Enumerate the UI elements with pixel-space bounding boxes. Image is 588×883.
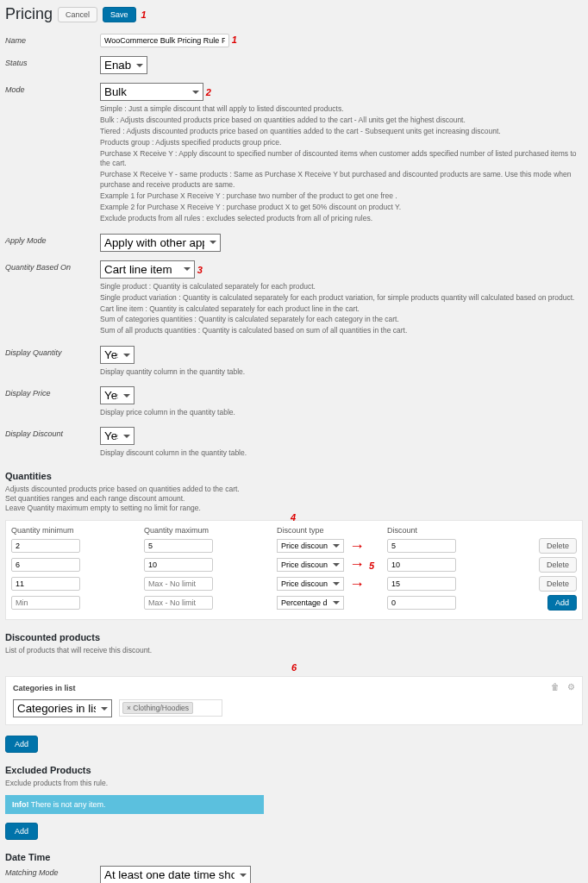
datetime-title: Date Time (5, 852, 583, 862)
add-disc-prod-button[interactable]: Add (5, 736, 38, 753)
category-selector[interactable]: Categories in list (13, 699, 112, 717)
disc-prod-title: Discounted products (5, 632, 583, 642)
quantities-sub: Adjusts discounted products price based … (5, 485, 583, 513)
discount-type-select[interactable]: Price discount (277, 577, 344, 591)
quantities-table: 4 Quantity minimum Quantity maximum Disc… (5, 520, 583, 620)
disp-price-label: Display Price (5, 386, 100, 418)
table-row: Percentage discount Add (11, 595, 577, 611)
gear-icon[interactable]: ⚙ (567, 682, 575, 692)
annotation-3: 3 (197, 265, 203, 275)
arrow-icon: → 5 (349, 564, 384, 566)
disp-price-select[interactable]: Yes (100, 386, 134, 404)
disp-qty-select[interactable]: Yes (100, 346, 134, 364)
discount-input[interactable] (387, 539, 456, 553)
mode-select[interactable]: Bulk (100, 83, 203, 101)
annotation-6: 6 (291, 662, 297, 673)
annotation-5: 5 (369, 560, 374, 571)
add-excl-prod-button[interactable]: Add (5, 823, 38, 840)
excl-prod-title: Excluded Products (5, 765, 583, 775)
table-row: Price discount → Delete (11, 538, 577, 554)
discount-type-select[interactable]: Price discount (277, 558, 344, 572)
qty-min-input[interactable] (11, 577, 80, 591)
qty-min-input[interactable] (11, 539, 80, 553)
qty-min-input[interactable] (11, 596, 80, 610)
excl-prod-sub: Exclude products from this rule. (5, 779, 583, 788)
annotation-2: 2 (206, 87, 211, 97)
status-select[interactable]: Enabled (100, 56, 147, 74)
disp-disc-select[interactable]: Yes (100, 427, 134, 445)
trash-icon[interactable]: 🗑 (551, 682, 560, 692)
apply-mode-select[interactable]: Apply with other applicable rules (100, 234, 221, 252)
qty-max-input[interactable] (144, 596, 213, 610)
qty-based-select[interactable]: Cart line item (100, 260, 195, 279)
qty-max-input[interactable] (144, 558, 213, 572)
datetime-match-select[interactable]: At least one date time should match (100, 866, 251, 883)
quantities-title: Quantities (5, 471, 583, 481)
qty-based-label: Quantity Based On (5, 260, 100, 337)
mode-label: Mode (5, 83, 100, 225)
mode-help: Simple : Just a simple discount that wil… (100, 104, 583, 224)
qty-min-input[interactable] (11, 558, 80, 572)
discount-type-select[interactable]: Price discount (277, 539, 344, 553)
status-label: Status (5, 56, 100, 74)
annotation-name: 1 (232, 34, 237, 45)
col-max: Quantity maximum (144, 526, 273, 535)
apply-mode-label: Apply Mode (5, 234, 100, 252)
discount-input[interactable] (387, 596, 456, 610)
annotation-4: 4 (291, 512, 296, 523)
category-tag[interactable]: × Clothing/Hoodies (122, 702, 193, 714)
table-row: Price discount → 5 Delete (11, 557, 577, 573)
disp-disc-help: Display discount column in the quantity … (100, 448, 583, 459)
disp-price-help: Display price column in the quantity tab… (100, 408, 583, 418)
table-row: Price discount → Delete (11, 576, 577, 592)
delete-button[interactable]: Delete (539, 576, 577, 592)
page-title: Pricing (5, 5, 53, 23)
qty-max-input[interactable] (144, 577, 213, 591)
qty-max-input[interactable] (144, 539, 213, 553)
save-button[interactable]: Save (103, 7, 136, 22)
discount-type-select[interactable]: Percentage discount (277, 596, 344, 610)
datetime-match-label: Matching Mode (5, 866, 100, 883)
discount-input[interactable] (387, 558, 456, 572)
disp-qty-label: Display Quantity (5, 346, 100, 378)
category-tags[interactable]: × Clothing/Hoodies (119, 699, 222, 717)
name-input[interactable] (100, 34, 229, 47)
col-min: Quantity minimum (11, 526, 141, 535)
categories-panel: Categories in list 🗑 ⚙ Categories in lis… (5, 676, 583, 725)
delete-button[interactable]: Delete (539, 557, 577, 573)
delete-button[interactable]: Delete (539, 538, 577, 554)
panel-title: Categories in list (13, 684, 575, 692)
cancel-button[interactable]: Cancel (58, 7, 97, 22)
col-type: Discount type (277, 526, 346, 535)
excl-prod-info: Info! There is not any item. (5, 795, 264, 814)
qty-based-help: Single product : Quantity is calculated … (100, 282, 583, 336)
disp-disc-label: Display Discount (5, 427, 100, 459)
col-disc: Discount (387, 526, 516, 535)
name-label: Name (5, 34, 100, 47)
annotation-1: 1 (141, 9, 147, 20)
disp-qty-help: Display quantity column in the quantity … (100, 367, 583, 378)
discount-input[interactable] (387, 577, 456, 591)
disc-prod-sub: List of products that will receive this … (5, 646, 583, 655)
add-row-button[interactable]: Add (547, 595, 577, 611)
